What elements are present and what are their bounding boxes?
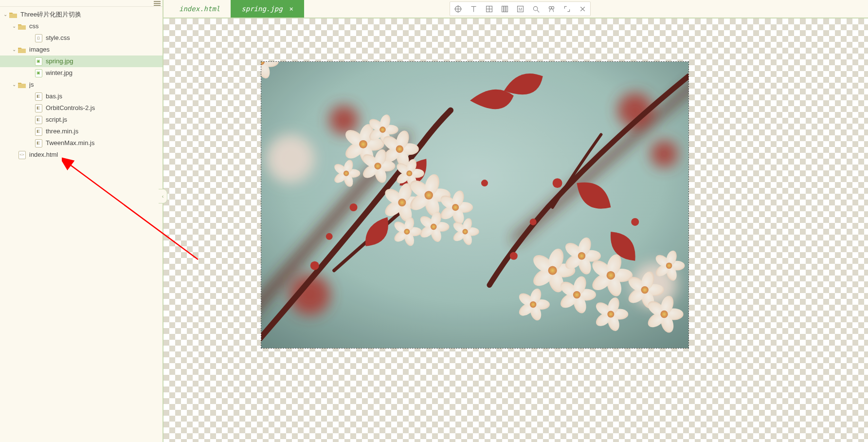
center-icon[interactable] <box>450 2 466 16</box>
css-file-icon: {} <box>34 34 43 42</box>
svg-text:M: M <box>518 6 522 11</box>
folder-icon <box>18 22 26 31</box>
tree-item-label: spring.jpg <box>46 55 163 67</box>
svg-point-16 <box>551 6 554 9</box>
sidebar-collapse-handle[interactable]: ‹ <box>159 189 167 203</box>
svg-rect-8 <box>502 6 503 12</box>
grid-icon[interactable] <box>481 2 497 16</box>
tree-item-label: images <box>29 44 163 55</box>
tree-item[interactable]: ◧TweenMax.min.js <box>0 137 163 149</box>
tree-item[interactable]: ▣winter.jpg <box>0 67 163 79</box>
hamburger-icon[interactable] <box>154 1 161 6</box>
tree-item[interactable]: ◧OrbitControls-2.js <box>0 102 163 114</box>
svg-rect-10 <box>506 6 507 12</box>
image-preview <box>261 61 689 349</box>
tree-item-label: bas.js <box>46 91 163 102</box>
tree-item-label: index.html <box>29 149 163 161</box>
js-file-icon: ◧ <box>34 104 43 112</box>
chevron-down-icon[interactable]: ⌄ <box>11 20 18 32</box>
editor-main: index.htmlspring.jpg× M <box>163 0 868 442</box>
expand-icon[interactable] <box>559 2 575 16</box>
svg-rect-9 <box>504 6 505 12</box>
tree-item[interactable]: ⌄ images <box>0 44 163 55</box>
folder-icon <box>9 10 18 19</box>
app-root: ⌄ Three碎片化图片切换⌄ css{}style.css⌄ images▣s… <box>0 0 868 442</box>
file-tree: ⌄ Three碎片化图片切换⌄ css{}style.css⌄ images▣s… <box>0 7 163 442</box>
tab-label: spring.jpg <box>241 5 282 13</box>
crop-icon[interactable] <box>543 2 559 16</box>
svg-line-14 <box>537 10 539 12</box>
tree-item[interactable]: ⌄ js <box>0 79 163 91</box>
zoom-icon[interactable] <box>528 2 543 16</box>
chevron-left-icon: ‹ <box>162 193 164 199</box>
svg-line-18 <box>553 9 554 12</box>
tree-item[interactable]: ◧bas.js <box>0 91 163 102</box>
tree-item[interactable]: {}style.css <box>0 32 163 44</box>
tree-item-label: style.css <box>46 32 163 44</box>
spring-illustration <box>261 62 688 348</box>
js-file-icon: ◧ <box>34 127 43 136</box>
tree-item[interactable]: ⌄ Three碎片化图片切换 <box>0 9 163 20</box>
svg-line-17 <box>549 9 550 12</box>
tab-inactive[interactable]: index.html <box>168 0 231 18</box>
tree-item-label: Three碎片化图片切换 <box>20 9 163 20</box>
js-file-icon: ◧ <box>34 115 43 124</box>
em-box-icon[interactable]: M <box>512 2 528 16</box>
close-icon[interactable] <box>575 2 590 16</box>
chevron-down-icon[interactable]: ⌄ <box>2 9 9 20</box>
tree-item[interactable]: ⌄ css <box>0 20 163 32</box>
tree-item-label: js <box>29 79 163 91</box>
columns-icon[interactable] <box>497 2 512 16</box>
tree-item-label: winter.jpg <box>46 67 163 79</box>
tree-item[interactable]: ◧script.js <box>0 114 163 126</box>
folder-icon <box>18 80 26 89</box>
svg-point-15 <box>549 6 551 9</box>
close-icon[interactable]: × <box>289 5 293 13</box>
image-viewport[interactable] <box>163 18 868 442</box>
project-sidebar: ⌄ Three碎片化图片切换⌄ css{}style.css⌄ images▣s… <box>0 0 163 442</box>
tree-item-label: TweenMax.min.js <box>46 137 163 149</box>
sidebar-menu-bar <box>0 0 163 7</box>
svg-rect-43 <box>261 62 688 348</box>
tree-item[interactable]: <>index.html <box>0 149 163 161</box>
tree-item[interactable]: ▣spring.jpg <box>0 55 163 67</box>
tab-label: index.html <box>179 5 220 13</box>
tree-item[interactable]: ◧three.min.js <box>0 126 163 137</box>
tree-item-label: script.js <box>46 114 163 126</box>
image-file-icon: ▣ <box>34 57 43 66</box>
chevron-down-icon[interactable]: ⌄ <box>11 79 18 91</box>
image-file-icon: ▣ <box>34 69 43 77</box>
tab-active[interactable]: spring.jpg× <box>231 0 304 18</box>
folder-icon <box>18 45 26 54</box>
html-file-icon: <> <box>18 150 26 159</box>
tree-item-label: three.min.js <box>46 126 163 137</box>
tree-item-label: OrbitControls-2.js <box>46 102 163 114</box>
tree-item-label: css <box>29 20 163 32</box>
js-file-icon: ◧ <box>34 139 43 147</box>
text-tool-icon[interactable] <box>466 2 481 16</box>
js-file-icon: ◧ <box>34 92 43 101</box>
image-toolbar: M <box>450 1 591 16</box>
chevron-down-icon[interactable]: ⌄ <box>11 44 18 55</box>
svg-point-13 <box>533 6 538 11</box>
